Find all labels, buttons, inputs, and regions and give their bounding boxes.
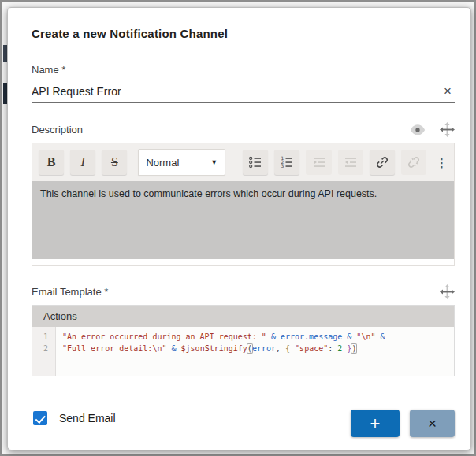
move-resize-icon[interactable]: [440, 122, 455, 137]
code-token: "An error occurred during an API request…: [62, 332, 266, 341]
code-token: error: [252, 344, 276, 353]
paragraph-format-select[interactable]: Normal ▼: [138, 149, 225, 176]
bullet-list-button[interactable]: [243, 150, 268, 175]
indent-icon: [344, 155, 358, 169]
italic-icon: I: [81, 155, 85, 169]
line-number: 1: [32, 331, 55, 343]
code-editor[interactable]: 12 "An error occurred during an API requ…: [32, 327, 454, 376]
name-input-row: ×: [32, 79, 455, 103]
strikethrough-icon: S: [111, 155, 118, 169]
code-line: "An error occurred during an API request…: [62, 331, 454, 343]
strikethrough-button[interactable]: S: [102, 150, 127, 175]
code-token: $jsonStringify: [181, 344, 247, 353]
description-header-row: Description: [32, 122, 455, 137]
add-channel-button[interactable]: +: [351, 410, 400, 437]
line-number-gutter: 12: [32, 327, 56, 376]
name-input[interactable]: [32, 85, 442, 98]
move-resize-icon[interactable]: [440, 284, 455, 299]
code-token: ): [351, 344, 356, 353]
window-background: Create a new Notification Channel Name *…: [0, 0, 476, 456]
code-token: "space": [295, 344, 328, 353]
code-content[interactable]: "An error occurred during an API request…: [56, 327, 454, 376]
rte-toolbar: B I S Normal ▼: [32, 143, 454, 181]
name-label: Name *: [32, 64, 455, 76]
chevron-down-icon: ▼: [210, 158, 218, 166]
ordered-list-icon: 1 2 3: [280, 155, 294, 169]
clear-name-icon[interactable]: ×: [442, 84, 453, 98]
email-template-header-row: Email Template *: [32, 284, 455, 299]
dialog-footer: + ×: [351, 410, 455, 437]
actions-panel-header: Actions: [32, 306, 454, 327]
description-label: Description: [32, 124, 83, 135]
format-selected-value: Normal: [146, 157, 179, 169]
bold-icon: B: [47, 155, 56, 169]
preview-eye-icon[interactable]: [410, 124, 426, 135]
email-template-editor: Actions 12 "An error occurred during an …: [32, 305, 455, 376]
more-options-icon[interactable]: ⋮: [436, 157, 448, 169]
italic-button[interactable]: I: [70, 150, 95, 175]
email-template-label: Email Template *: [32, 286, 108, 298]
send-email-checkbox[interactable]: [33, 411, 47, 425]
ordered-list-button[interactable]: 1 2 3: [274, 150, 299, 175]
code-token: :: [328, 344, 337, 353]
code-token: ,: [276, 344, 285, 353]
line-number: 2: [32, 343, 55, 354]
code-token: error.message: [281, 332, 342, 341]
dialog-title: Create a new Notification Channel: [32, 27, 455, 40]
svg-text:3: 3: [281, 163, 284, 169]
code-line: "Full error detail:\n" & $jsonStringify(…: [62, 343, 454, 354]
insert-link-button[interactable]: [370, 150, 395, 175]
code-token: &: [380, 332, 385, 341]
link-icon: [375, 155, 389, 169]
plus-icon: +: [370, 415, 381, 432]
bold-button[interactable]: B: [39, 150, 64, 175]
description-content-area[interactable]: This channel is used to communicate erro…: [32, 181, 454, 259]
close-dialog-button[interactable]: ×: [410, 410, 455, 437]
code-token: "\n": [356, 332, 375, 341]
remove-link-button[interactable]: [401, 150, 426, 175]
create-notification-channel-dialog: Create a new Notification Channel Name *…: [7, 7, 471, 450]
indent-button[interactable]: [338, 150, 363, 175]
unlink-icon: [407, 155, 421, 169]
outdent-icon: [312, 155, 326, 169]
code-token: "Full error detail:\n": [62, 344, 166, 353]
send-email-label: Send Email: [59, 412, 116, 424]
rte-footer-strip: [32, 259, 454, 265]
name-field-block: Name * ×: [32, 64, 455, 103]
outdent-button[interactable]: [306, 150, 331, 175]
bullet-list-icon: [248, 155, 262, 169]
description-editor: B I S Normal ▼: [32, 143, 455, 266]
close-icon: ×: [428, 416, 437, 431]
